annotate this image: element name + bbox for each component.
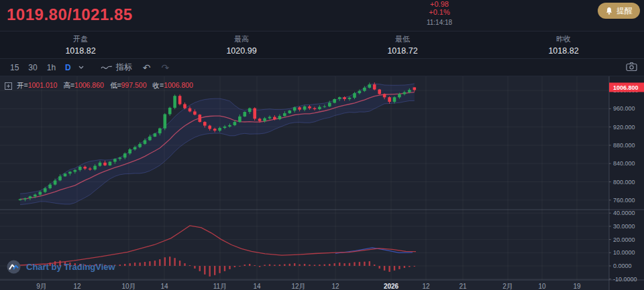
- quote-header: 1019.80/1021.85 +0.98 +0.1% 11:14:18 提醒: [0, 0, 644, 31]
- change-block: +0.98 +0.1% 11:14:18: [406, 0, 473, 26]
- svg-text:2026: 2026: [384, 283, 399, 290]
- plus-square-icon: [5, 82, 12, 90]
- bid-ask-price: 1019.80/1021.85: [7, 5, 133, 24]
- svg-text:30.0000: 30.0000: [613, 223, 635, 230]
- chart-canvas[interactable]: 1000.000960.000920.000880.000840.000800.…: [0, 76, 644, 290]
- stat-label: 最高: [234, 34, 249, 44]
- change-percent: +0.1%: [406, 9, 473, 16]
- svg-text:2月: 2月: [502, 283, 513, 290]
- camera-icon: [626, 62, 637, 72]
- svg-text:960.000: 960.000: [613, 105, 635, 112]
- svg-text:800.000: 800.000: [613, 179, 635, 186]
- legend-expand-button[interactable]: [5, 82, 12, 90]
- screenshot-button[interactable]: [626, 62, 637, 74]
- svg-text:920.000: 920.000: [613, 124, 635, 131]
- daily-stats-bar: 开盘 1018.82最高 1020.99最低 1018.72昨收 1018.82: [0, 31, 644, 59]
- svg-text:14: 14: [253, 283, 261, 290]
- svg-text:40.0000: 40.0000: [613, 210, 635, 216]
- tradingview-attribution[interactable]: Chart by TradingView: [7, 260, 115, 274]
- svg-text:10.0000: 10.0000: [613, 249, 635, 256]
- stat-value: 1018.72: [387, 46, 417, 56]
- svg-text:12: 12: [331, 283, 339, 290]
- svg-text:12: 12: [73, 283, 81, 290]
- svg-text:14: 14: [160, 283, 168, 290]
- legend-item: 低=997.500: [110, 81, 147, 90]
- interval-dropdown-chevron-icon[interactable]: [75, 64, 87, 70]
- svg-text:10月: 10月: [121, 283, 136, 290]
- stat-label: 昨收: [556, 34, 571, 44]
- svg-text:21: 21: [459, 283, 467, 290]
- svg-text:1006.800: 1006.800: [613, 84, 639, 91]
- alert-button-label: 提醒: [616, 5, 633, 17]
- svg-text:19: 19: [573, 283, 581, 290]
- stat-label: 开盘: [73, 34, 88, 44]
- indicators-button[interactable]: 指标: [97, 60, 136, 74]
- svg-text:11月: 11月: [213, 283, 227, 290]
- stat-value: 1018.82: [65, 46, 95, 56]
- svg-text:20.0000: 20.0000: [613, 236, 635, 243]
- stat-label: 最低: [395, 34, 410, 44]
- svg-text:840.000: 840.000: [613, 160, 635, 167]
- bell-icon: [605, 7, 613, 15]
- svg-text:9月: 9月: [36, 283, 47, 290]
- stat-3: 昨收 1018.82: [483, 31, 644, 58]
- undo-button[interactable]: ↶: [139, 62, 155, 73]
- redo-button[interactable]: ↷: [157, 62, 173, 73]
- legend-item: 开=1001.010: [17, 81, 57, 90]
- watermark-text: Chart by TradingView: [26, 262, 115, 272]
- interval-button-15[interactable]: 15: [5, 62, 23, 74]
- svg-text:760.000: 760.000: [613, 197, 635, 204]
- svg-text:10: 10: [538, 283, 546, 290]
- legend-item: 收=1006.800: [152, 81, 193, 90]
- svg-text:0.0000: 0.0000: [613, 263, 632, 269]
- interval-button-30[interactable]: 30: [23, 62, 42, 74]
- chart-toolbar: 15301hD 指标 ↶ ↷: [0, 59, 644, 76]
- ohlc-legend: 开=1001.010高=1006.860低=997.500收=1006.800: [5, 81, 193, 90]
- change-value: +0.98: [406, 1, 473, 8]
- svg-text:-10.0000: -10.0000: [613, 276, 637, 283]
- svg-text:880.000: 880.000: [613, 142, 635, 149]
- interval-button-D[interactable]: D: [60, 62, 72, 74]
- alert-button[interactable]: 提醒: [598, 3, 640, 19]
- stat-value: 1020.99: [226, 46, 256, 56]
- legend-item: 高=1006.860: [63, 81, 103, 90]
- indicator-curve-icon: [101, 64, 113, 71]
- tradingview-logo-icon: [7, 260, 21, 274]
- stat-2: 最低 1018.72: [322, 31, 483, 58]
- stat-0: 开盘 1018.82: [0, 31, 161, 58]
- chart-area: 1000.000960.000920.000880.000840.000800.…: [0, 76, 644, 290]
- svg-text:12: 12: [422, 283, 430, 290]
- stat-value: 1018.82: [548, 46, 578, 56]
- quote-time: 11:14:18: [406, 19, 473, 26]
- stat-1: 最高 1020.99: [161, 31, 322, 58]
- interval-button-1h[interactable]: 1h: [42, 62, 60, 74]
- svg-text:12月: 12月: [291, 283, 305, 290]
- indicators-label: 指标: [116, 62, 132, 73]
